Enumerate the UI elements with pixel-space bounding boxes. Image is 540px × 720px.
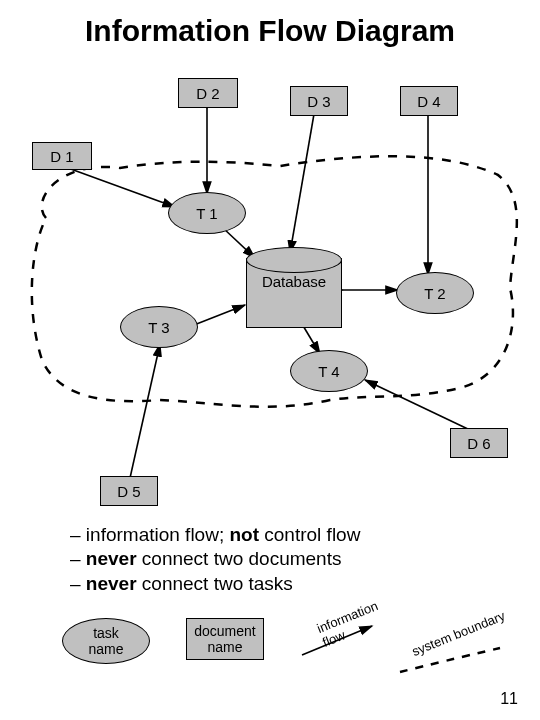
- doc-d4: D 4: [400, 86, 458, 116]
- svg-line-8: [130, 344, 160, 478]
- note-3: – never connect two tasks: [70, 572, 360, 596]
- note-2: – never connect two documents: [70, 547, 360, 571]
- doc-d6: D 6: [450, 428, 508, 458]
- task-t4: T 4: [290, 350, 368, 392]
- doc-d3: D 3: [290, 86, 348, 116]
- diagram-title: Information Flow Diagram: [0, 14, 540, 48]
- doc-d2: D 2: [178, 78, 238, 108]
- legend-doc-box: document name: [186, 618, 264, 660]
- database-label: Database: [247, 273, 341, 290]
- legend-flow-label: information flow: [315, 598, 386, 650]
- doc-d5: D 5: [100, 476, 158, 506]
- task-t1: T 1: [168, 192, 246, 234]
- task-t2: T 2: [396, 272, 474, 314]
- note-1: – information flow; not control flow: [70, 523, 360, 547]
- doc-d1: D 1: [32, 142, 92, 170]
- diagram-svg: [0, 0, 540, 720]
- notes-block: – information flow; not control flow – n…: [70, 523, 360, 596]
- svg-line-3: [68, 168, 175, 207]
- database-node: Database: [246, 258, 342, 328]
- svg-line-7: [302, 324, 320, 354]
- svg-line-1: [290, 114, 314, 253]
- legend-task-ellipse: task name: [62, 618, 150, 664]
- svg-line-9: [365, 380, 470, 430]
- task-t3: T 3: [120, 306, 198, 348]
- page-number: 11: [500, 690, 518, 708]
- legend-boundary-label: system boundary: [410, 608, 507, 659]
- svg-line-6: [194, 305, 245, 325]
